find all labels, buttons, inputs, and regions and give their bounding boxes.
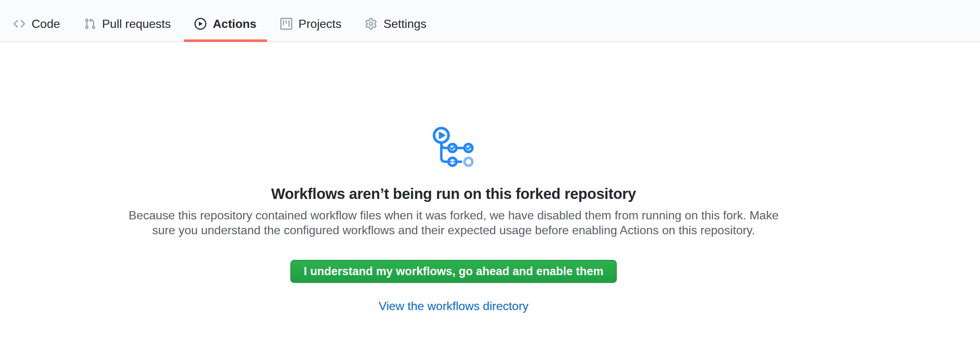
view-workflows-directory-link[interactable]: View the workflows directory [379, 299, 528, 313]
description-line-1: Because this repository contained workfl… [129, 209, 778, 222]
enable-button-row: I understand my workflows, go ahead and … [0, 238, 907, 283]
tab-projects-label: Projects [299, 18, 342, 30]
tab-pull-requests[interactable]: Pull requests [73, 0, 181, 41]
tab-actions-label: Actions [213, 18, 256, 30]
gear-icon [365, 18, 377, 30]
tab-code[interactable]: Code [3, 0, 71, 41]
tab-projects[interactable]: Projects [270, 0, 352, 41]
tab-pull-requests-label: Pull requests [102, 18, 171, 30]
page-title: Workflows aren’t being run on this forke… [0, 185, 907, 203]
actions-disabled-blankslate: Workflows aren’t being run on this forke… [0, 42, 907, 313]
project-icon [280, 18, 292, 30]
tab-settings-label: Settings [383, 18, 426, 30]
blankslate-description: Because this repository contained workfl… [0, 208, 907, 238]
play-circle-icon [194, 18, 206, 30]
main-content: Workflows aren’t being run on this forke… [0, 42, 907, 313]
tab-actions[interactable]: Actions [184, 0, 267, 41]
repo-nav: Code Pull requests Actions Projects Sett… [0, 0, 980, 42]
pull-request-icon [84, 18, 96, 30]
workflows-link-row: View the workflows directory [0, 299, 907, 313]
tab-code-label: Code [32, 18, 60, 30]
workflow-graph-icon [432, 126, 475, 168]
enable-workflows-button[interactable]: I understand my workflows, go ahead and … [290, 260, 617, 283]
description-line-2: sure you understand the configured workf… [152, 224, 755, 237]
code-icon [13, 18, 25, 30]
tab-settings[interactable]: Settings [355, 0, 437, 41]
